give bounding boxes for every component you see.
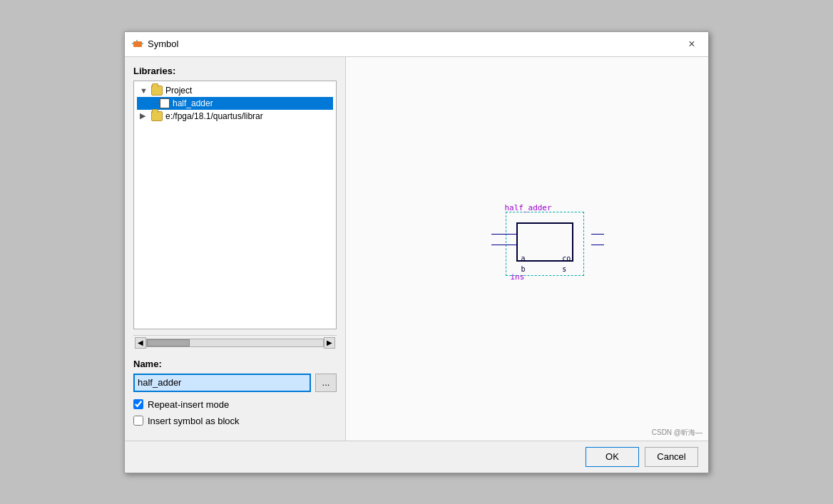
symbol-component-icon [160,98,170,108]
scroll-left-arrow[interactable]: ◀ [135,337,146,349]
name-input[interactable] [133,374,311,392]
close-button[interactable]: × [683,36,701,52]
insert-as-block-row: Insert symbol as block [133,416,337,426]
preview-area: half_adder ins a b co s [346,57,708,441]
name-row: ... [133,374,337,392]
ok-button[interactable]: OK [586,447,639,467]
tree-item-project[interactable]: ▼ Project [137,84,333,97]
instance-label: ins [510,272,524,282]
libraries-tree[interactable]: ▼ Project half_adder ▶ e:/fpga/18.1/quar… [133,81,337,329]
symbol-body-box: a b co s [516,222,573,262]
tree-item-half-adder[interactable]: half_adder [137,97,333,110]
symbol-title-label: half_adder [504,203,551,212]
title-bar: Symbol × [125,32,708,57]
folder-icon-project [151,86,163,96]
expand-icon-project: ▼ [140,86,148,95]
cancel-button[interactable]: Cancel [645,447,698,467]
dialog-body: Libraries: ▼ Project half_adder [125,57,708,441]
symbol-dialog: Symbol × Libraries: ▼ Project [124,31,709,473]
folder-icon-fpga [151,111,163,121]
insert-as-block-label[interactable]: Insert symbol as block [148,416,240,426]
right-panel: half_adder ins a b co s [346,57,708,441]
libraries-label: Libraries: [133,66,337,76]
tree-item-fpga[interactable]: ▶ e:/fpga/18.1/quartus/librar [137,110,333,123]
expand-icon-fpga: ▶ [140,111,148,120]
left-panel: Libraries: ▼ Project half_adder [125,57,346,441]
port-s-label: s [562,265,566,273]
dialog-title: Symbol [148,38,178,49]
dialog-footer: OK Cancel [125,441,708,473]
scroll-right-arrow[interactable]: ▶ [324,337,335,349]
project-label: Project [165,86,192,96]
scroll-thumb[interactable] [147,339,190,346]
repeat-insert-label[interactable]: Repeat-insert mode [148,399,229,410]
watermark: CSDN @昕海— [652,428,702,438]
symbol-icon [132,38,143,50]
symbol-preview: half_adder ins a b co s [499,197,591,283]
insert-as-block-checkbox[interactable] [133,416,143,426]
wire-b-input [491,245,517,245]
port-b-label: b [521,265,525,273]
fpga-label: e:/fpga/18.1/quartus/librar [165,111,263,121]
scroll-bar-horizontal[interactable] [146,339,324,347]
name-label: Name: [133,359,337,369]
half-adder-symbol: half_adder ins a b co s [499,197,591,283]
port-co-label: co [562,254,571,262]
title-bar-left: Symbol [132,38,178,50]
svg-rect-0 [133,41,142,47]
browse-button[interactable]: ... [315,374,337,392]
repeat-insert-checkbox[interactable] [133,399,143,409]
tree-scrollbar[interactable]: ◀ ▶ [133,335,337,350]
repeat-insert-row: Repeat-insert mode [133,399,337,410]
name-section: Name: ... [133,359,337,392]
wire-co-output [591,234,604,235]
half-adder-label: half_adder [173,98,213,108]
wire-s-output [591,245,604,245]
port-a-label: a [521,254,525,262]
wire-a-input [491,234,517,235]
